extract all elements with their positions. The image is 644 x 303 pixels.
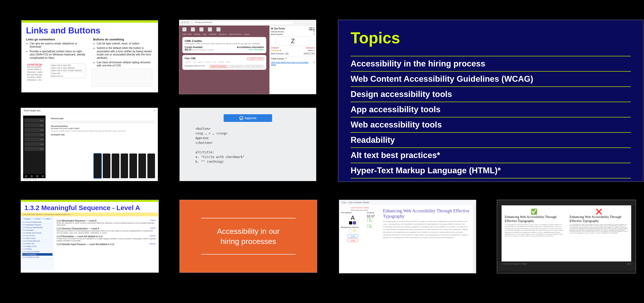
bad-example: ❌ Enhancing Web Accessibility Through Ef… [566, 205, 631, 261]
page-content: CME Credit Settings Orgs Customer Passwo… [179, 26, 270, 94]
topic-item: Accessible-Rich Internet Applications (A… [350, 181, 531, 182]
menu-item: Save Link As… [51, 75, 85, 78]
checkmark-circle-icon [239, 116, 244, 120]
apply-button[interactable]: Apply [347, 234, 358, 238]
more-info-link[interactable]: More Information [249, 49, 264, 51]
close-button[interactable]: Close [347, 239, 358, 242]
topic-item: Accessibility in the hiring process [350, 59, 485, 68]
topic-item: Hyper-Text Markup Language (HTML)* [350, 166, 501, 175]
cross-icon: ❌ [570, 208, 628, 215]
slide-title: Links and Buttons [26, 26, 154, 36]
scrollbar[interactable] [473, 205, 476, 273]
toolbar [497, 200, 636, 205]
wcag-criterion-slide[interactable]: 1.3.2 Meaningful Sequence - Level A Over… [21, 200, 159, 273]
demo-link: a proper link has [27, 63, 42, 65]
menu-item: Open Link in New Window [51, 67, 85, 70]
topic-item: App accessibility tools [350, 105, 440, 114]
menu-item: Open Link in New Tab [51, 64, 85, 67]
topic-item: Alt text best practices* [350, 151, 440, 160]
touch-target-inspector[interactable]: Touch target size× itemitemitemitemitemi… [21, 108, 158, 181]
device-preview: itemitemitemitemitemitemitem [23, 116, 46, 178]
check-icon: ✅ [505, 208, 563, 215]
accent-bar [22, 21, 158, 23]
close-icon[interactable]: × [154, 109, 155, 112]
slide-title: Topics [350, 29, 631, 47]
slide-title: Accessibility in ourhiring processes [217, 226, 280, 246]
topic-item: Readability [350, 135, 395, 145]
example-gallery[interactable] [94, 154, 155, 178]
devtools-panel: ⚙DevTools Sign inSign up Manual Issues0 … [270, 26, 316, 94]
card-title: CME Credits [184, 39, 264, 43]
code-sample [92, 69, 152, 87]
url-bar[interactable]: webapp.physiciancme… [193, 21, 294, 25]
clear-filters-button[interactable]: CLEAR FILTERS [247, 57, 264, 60]
list-item: Can also be used to email, telephone or … [30, 42, 86, 49]
devtools-audit-screenshot[interactable]: webapp.physiciancme… CME Credit Settings… [179, 20, 316, 94]
criteria-nav[interactable]: CompleteIn ProgFailed 1.3.1 Info and Rel… [21, 216, 54, 270]
slide-links-and-buttons[interactable]: Links and Buttons Links go somewhere Can… [21, 20, 158, 93]
list-item: Submit is the default when the button is… [97, 47, 154, 60]
topic-item: Web Content Accessibility Guidelines (WC… [350, 74, 533, 84]
preview-pane: Enhancing Web Accessibility Through Effe… [380, 205, 473, 273]
hiring-section-slide[interactable]: Accessibility in ourhiring processes [180, 200, 317, 273]
menu-item: Copy Link [51, 72, 85, 75]
topic-item: Web accessibility tools [350, 120, 442, 129]
criteria-content: 1.3.2 Meaningful Sequence — Level ALevel… [54, 216, 158, 270]
issue-link[interactable]: ARIA input fields must have an accessibl… [271, 61, 314, 66]
contrast-checker-light[interactable]: A11y – Color Contrast Checker 2 errors f… [339, 200, 476, 273]
slide-title: 1.3.2 Meaningful Sequence - Level A [24, 204, 155, 212]
breadcrumb: Overview Notes WCAG 2.2 all success crit… [21, 212, 158, 216]
col-heading: Buttons do something [93, 38, 154, 41]
zoom-level: 100% [627, 263, 631, 269]
browser-chrome: webapp.physiciancme… [179, 20, 316, 26]
list-item: Provide a specialized context menu on ri… [30, 50, 86, 60]
menu-item: Open Link in New Private Window [51, 69, 85, 72]
good-example: ✅ Enhancing Web Accessibility Through Ef… [502, 205, 566, 261]
typography-compare-dark[interactable]: ✅ Enhancing Web Accessibility Through Ef… [497, 200, 636, 273]
caption: 5. We need to adjust line-height [502, 263, 527, 269]
checker-sidebar[interactable]: 2 errors found in Check We're Using them… [339, 205, 380, 273]
devtools-icon: ⚙ [271, 27, 273, 30]
code-block: <button> <svg … > … </svg> Approve </but… [196, 126, 316, 164]
context-menu-demo: a proper link has Open Link in New Tab O… [27, 63, 86, 88]
topic-list: Accessibility in the hiring process Web … [350, 56, 631, 182]
score-badge: Z [276, 36, 310, 46]
sample-letter: A [341, 214, 364, 221]
topic-item: Design accessibility tools [350, 90, 452, 99]
col-heading: Links go somewhere [26, 38, 86, 41]
total-issues: Total Issues: 7 [271, 56, 315, 60]
list-item: Can be type submit, reset, or button [97, 42, 154, 45]
approve-button[interactable]: Approve [224, 114, 272, 122]
approve-button-demo[interactable]: Approve <button> <svg … > … </svg> Appro… [180, 108, 316, 181]
list-item: Can have all browser default styling rem… [97, 61, 154, 67]
topics-slide[interactable]: Topics Accessibility in the hiring proce… [338, 20, 643, 182]
